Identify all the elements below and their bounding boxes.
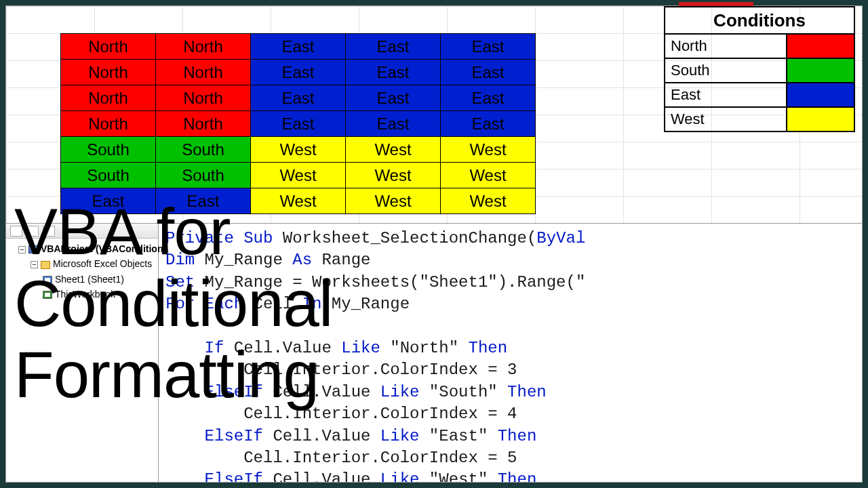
condition-swatch[interactable]	[787, 83, 854, 107]
data-cell[interactable]: West	[251, 163, 346, 188]
data-cell[interactable]: South	[61, 163, 156, 188]
folder-icon	[41, 261, 50, 269]
tree-workbook[interactable]: ThisWorkbook	[7, 287, 158, 302]
data-cell[interactable]: East	[61, 188, 156, 214]
project-toolbar	[6, 224, 158, 239]
data-cell[interactable]: South	[156, 163, 251, 188]
worksheet-area[interactable]: NorthNorthEastEastEastNorthNorthEastEast…	[6, 6, 862, 223]
data-cell[interactable]: East	[346, 34, 441, 60]
data-cell[interactable]: East	[441, 85, 536, 111]
project-explorer[interactable]: −VBAProject (VBAConditiona −Microsoft Ex…	[6, 224, 159, 482]
condition-swatch[interactable]	[787, 58, 854, 83]
data-cell[interactable]: South	[156, 137, 251, 163]
tree-sheet[interactable]: Sheet1 (Sheet1)	[7, 272, 158, 287]
collapse-icon[interactable]: −	[31, 261, 38, 268]
data-cell[interactable]: West	[441, 163, 536, 188]
data-cell[interactable]: North	[61, 85, 156, 111]
data-cell[interactable]: West	[251, 137, 346, 163]
data-cell[interactable]: North	[156, 34, 251, 60]
data-cell[interactable]: West	[251, 188, 346, 214]
data-cell[interactable]: East	[441, 34, 536, 60]
data-cell[interactable]: East	[346, 60, 441, 85]
data-cell[interactable]: East	[441, 111, 536, 137]
data-cell[interactable]: East	[251, 60, 346, 85]
project-icon	[28, 245, 38, 253]
data-cell[interactable]: East	[441, 60, 536, 85]
project-tree[interactable]: −VBAProject (VBAConditiona −Microsoft Ex…	[6, 239, 158, 302]
condition-label[interactable]: East	[665, 83, 787, 107]
data-cell[interactable]: East	[346, 111, 441, 137]
data-cell[interactable]: West	[441, 137, 536, 163]
data-cell[interactable]: East	[251, 111, 346, 137]
data-cell[interactable]: West	[346, 188, 441, 214]
vba-editor: −VBAProject (VBAConditiona −Microsoft Ex…	[6, 223, 862, 482]
condition-label[interactable]: West	[665, 107, 787, 131]
data-cell[interactable]: West	[346, 163, 441, 188]
code-editor[interactable]: Private Sub Worksheet_SelectionChange(By…	[159, 224, 862, 482]
data-cell[interactable]: East	[251, 34, 346, 60]
condition-label[interactable]: North	[665, 34, 787, 58]
data-cell[interactable]: North	[156, 111, 251, 137]
data-cell[interactable]: East	[156, 188, 251, 214]
workbook-icon	[43, 291, 52, 299]
data-range[interactable]: NorthNorthEastEastEastNorthNorthEastEast…	[60, 33, 536, 214]
condition-label[interactable]: South	[665, 58, 787, 83]
view-code-icon[interactable]	[10, 226, 22, 237]
tree-project[interactable]: −VBAProject (VBAConditiona	[7, 241, 158, 256]
tree-folder[interactable]: −Microsoft Excel Objects	[7, 256, 158, 271]
conditions-table[interactable]: Conditions NorthSouthEastWest	[664, 6, 855, 132]
worksheet-icon	[43, 276, 52, 284]
data-cell[interactable]: East	[251, 85, 346, 111]
view-object-icon[interactable]	[26, 226, 39, 237]
condition-swatch[interactable]	[787, 107, 854, 131]
collapse-icon[interactable]: −	[18, 246, 26, 253]
toggle-folders-icon[interactable]	[43, 226, 55, 237]
tree-sheet-label: Sheet1 (Sheet1)	[55, 274, 124, 285]
tree-workbook-label: ThisWorkbook	[55, 289, 115, 300]
data-cell[interactable]: West	[346, 137, 441, 163]
tree-folder-label: Microsoft Excel Objects	[53, 258, 152, 269]
data-cell[interactable]: West	[441, 188, 536, 214]
data-cell[interactable]: North	[61, 111, 156, 137]
data-cell[interactable]: North	[156, 60, 251, 85]
data-cell[interactable]: South	[61, 137, 156, 163]
data-cell[interactable]: North	[61, 60, 156, 85]
data-cell[interactable]: East	[346, 85, 441, 111]
conditions-header: Conditions	[665, 7, 854, 34]
condition-swatch[interactable]	[787, 34, 854, 58]
app-window: NorthNorthEastEastEastNorthNorthEastEast…	[5, 5, 863, 483]
data-cell[interactable]: North	[156, 85, 251, 111]
tree-project-label: VBAProject (VBAConditiona	[41, 243, 168, 254]
data-cell[interactable]: North	[61, 34, 156, 60]
